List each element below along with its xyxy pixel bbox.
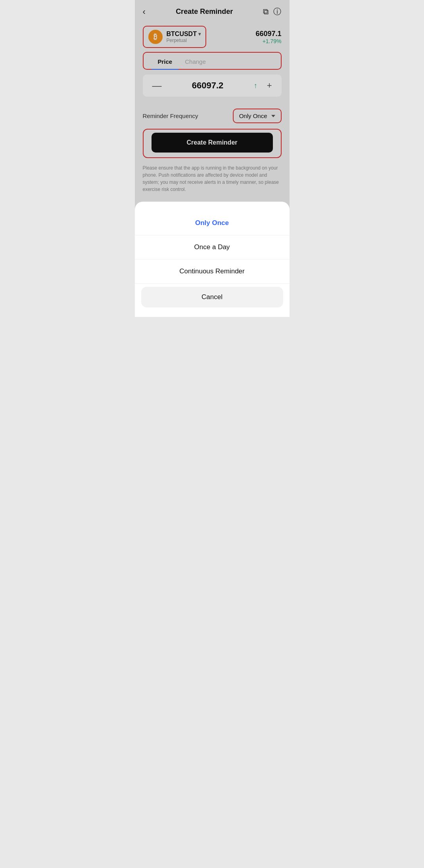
sheet-option-continuous[interactable]: Continuous Reminder bbox=[135, 259, 290, 284]
bottom-sheet: Only Once Once a Day Continuous Reminder… bbox=[135, 202, 290, 317]
sheet-option-once-a-day[interactable]: Once a Day bbox=[135, 235, 290, 259]
sheet-option-only-once[interactable]: Only Once bbox=[135, 211, 290, 235]
sheet-cancel-button[interactable]: Cancel bbox=[141, 287, 283, 307]
bottom-sheet-overlay[interactable]: Only Once Once a Day Continuous Reminder… bbox=[135, 0, 290, 317]
app-container: ‹ Create Reminder ⧉ ⓘ ₿ BTCUSDT ▾ Perpet… bbox=[135, 0, 290, 317]
